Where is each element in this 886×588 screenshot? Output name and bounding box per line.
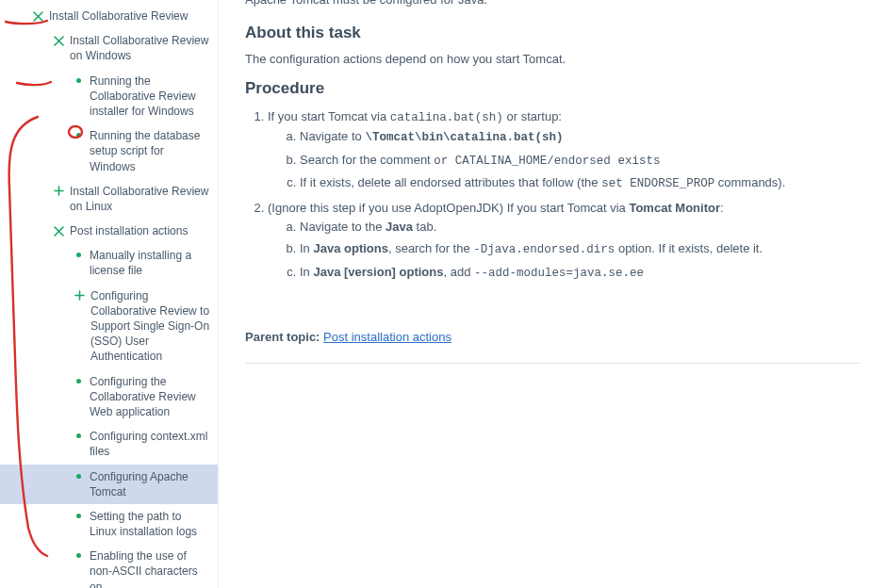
procedure-step-2a: Navigate to the Java tab.	[300, 218, 860, 237]
bullet-icon	[76, 78, 81, 83]
bullet-icon	[76, 553, 81, 558]
procedure-step-1: If you start Tomcat via catalina.bat(sh)…	[268, 107, 860, 193]
bullet-icon	[76, 133, 81, 138]
nav-item-label: Configuring Collaborative Review to Supp…	[90, 288, 210, 365]
main-content: Apache Tomcat must be configured for Jav…	[219, 0, 886, 588]
nav-item[interactable]: Configuring the Collaborative Review Web…	[0, 369, 218, 425]
nav-item[interactable]: Post installation actions	[0, 219, 218, 243]
bullet-icon	[76, 379, 81, 384]
nav-item[interactable]: Install Collaborative Review on Windows	[0, 28, 218, 68]
nav-item[interactable]: Running the Collaborative Review install…	[0, 69, 218, 124]
nav-item-label: Install Collaborative Review on Linux	[70, 184, 210, 214]
nav-item[interactable]: Enabling the use of non-ASCII characters…	[0, 544, 218, 588]
nav-item[interactable]: Configuring context.xml files	[0, 424, 218, 464]
bullet-icon	[76, 514, 81, 518]
bullet-icon	[76, 433, 81, 438]
collapse-x-icon	[32, 10, 43, 22]
procedure-heading: Procedure	[245, 79, 860, 98]
nav-item-label: Manually installing a license file	[90, 248, 210, 278]
sidebar-nav-tree: Install Collaborative ReviewInstall Coll…	[0, 0, 219, 588]
parent-topic-link[interactable]: Post installation actions	[323, 330, 451, 344]
nav-item-label: Running the Collaborative Review install…	[90, 74, 210, 120]
nav-item-label: Install Collaborative Review on Windows	[70, 33, 210, 63]
procedure-step-2c: In Java [version] options, add --add-mod…	[300, 263, 860, 283]
procedure-step-1b: Search for the comment or CATALINA_HOME/…	[300, 151, 860, 171]
nav-item-label: Configuring the Collaborative Review Web…	[90, 374, 210, 420]
about-text: The configuration actions depend on how …	[245, 52, 860, 66]
bullet-icon	[76, 474, 81, 479]
collapse-x-icon	[53, 35, 64, 46]
nav-item[interactable]: Install Collaborative Review on Linux	[0, 179, 218, 219]
nav-item[interactable]: Manually installing a license file	[0, 243, 218, 283]
nav-item[interactable]: Install Collaborative Review	[0, 4, 218, 28]
bullet-icon	[76, 253, 81, 257]
nav-item[interactable]: Configuring Collaborative Review to Supp…	[0, 284, 218, 369]
nav-item[interactable]: Configuring Apache Tomcat	[0, 465, 218, 504]
procedure-step-2b: In Java options, search for the -Djava.e…	[300, 239, 860, 259]
nav-item-label: Enabling the use of non-ASCII characters…	[90, 548, 210, 588]
about-heading: About this task	[245, 24, 860, 42]
collapse-x-icon	[53, 225, 64, 237]
nav-item-label: Configuring Apache Tomcat	[90, 469, 210, 499]
expand-plus-icon	[53, 186, 64, 197]
nav-item-label: Configuring context.xml files	[90, 429, 210, 459]
procedure-step-1c: If it exists, delete all endorsed attrib…	[300, 173, 860, 193]
parent-topic: Parent topic: Post installation actions	[245, 330, 860, 364]
nav-item-label: Install Collaborative Review	[49, 8, 210, 24]
intro-text-truncated: Apache Tomcat must be configured for Jav…	[245, 0, 860, 7]
procedure-list: If you start Tomcat via catalina.bat(sh)…	[245, 107, 860, 283]
expand-plus-icon	[74, 290, 85, 302]
nav-item[interactable]: Running the database setup script for Wi…	[0, 123, 218, 179]
nav-item-label: Setting the path to Linux installation l…	[90, 509, 210, 539]
nav-item-label: Running the database setup script for Wi…	[90, 128, 210, 174]
procedure-step-1a: Navigate to \Tomcat\bin\catalina.bat(sh)	[300, 127, 860, 147]
nav-item[interactable]: Setting the path to Linux installation l…	[0, 504, 218, 544]
nav-item-label: Post installation actions	[70, 223, 210, 238]
procedure-step-2: (Ignore this step if you use AdoptOpenJD…	[268, 199, 860, 283]
